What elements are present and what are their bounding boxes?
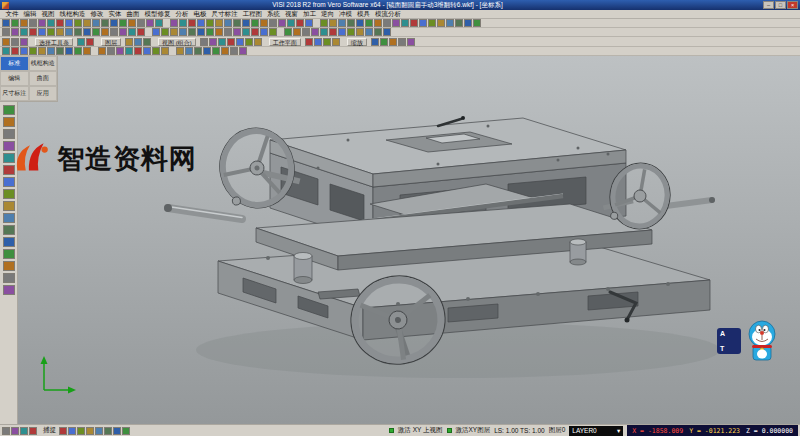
toolbar-icon[interactable] (152, 47, 160, 55)
menu-item-18[interactable]: 模具 (355, 10, 373, 19)
toolbar-icon[interactable] (215, 19, 223, 27)
toolbar-icon[interactable] (323, 38, 331, 46)
toolbar-icon[interactable] (137, 19, 145, 27)
toolbar-icon[interactable] (305, 19, 313, 27)
toolbar-icon[interactable] (11, 19, 19, 27)
toolbar-icon[interactable] (227, 38, 235, 46)
toolbar-icon[interactable] (302, 28, 310, 36)
left-tab-2[interactable]: 线框构造 (29, 56, 58, 71)
toolbar-icon[interactable] (188, 19, 196, 27)
toolbar-icon[interactable] (293, 28, 301, 36)
toolbar-icon[interactable] (185, 47, 193, 55)
toolbar-icon[interactable] (329, 28, 337, 36)
toolbar-icon[interactable] (179, 19, 187, 27)
toolbar-icon[interactable] (20, 38, 28, 46)
toolbar-icon[interactable] (332, 38, 340, 46)
toolbar-icon[interactable] (83, 47, 91, 55)
toolbar-icon[interactable] (95, 427, 103, 435)
toolbar-icon[interactable] (260, 28, 268, 36)
toolbar-icon[interactable] (11, 28, 19, 36)
toolbar-icon[interactable] (11, 47, 19, 55)
toolbar-icon[interactable] (125, 47, 133, 55)
toolbar-icon[interactable] (68, 427, 76, 435)
toolbar-icon[interactable] (38, 28, 46, 36)
toolbar-icon[interactable] (77, 427, 85, 435)
toolbar-icon[interactable] (47, 47, 55, 55)
close-button[interactable]: × (787, 1, 798, 9)
toolbar-icon[interactable] (242, 28, 250, 36)
toolbar-icon[interactable] (446, 19, 454, 27)
toolbar-icon[interactable] (356, 28, 364, 36)
toolbar-icon[interactable] (329, 19, 337, 27)
toolbar-icon[interactable] (206, 19, 214, 27)
toolbar-icon[interactable] (86, 38, 94, 46)
minimize-button[interactable]: – (763, 1, 774, 9)
toolbar-icon[interactable] (392, 19, 400, 27)
toolbar-icon[interactable] (245, 38, 253, 46)
toolbar-icon[interactable] (197, 28, 205, 36)
toolbar-icon[interactable] (110, 19, 118, 27)
toolbar-icon[interactable] (104, 427, 112, 435)
toolbar-icon[interactable] (20, 19, 28, 27)
toolbar-icon[interactable] (11, 427, 19, 435)
toolbar-icon[interactable] (65, 19, 73, 27)
toolbar-icon[interactable] (374, 19, 382, 27)
toolbar-icon[interactable] (101, 28, 109, 36)
toolbar-icon[interactable] (83, 19, 91, 27)
toolbar-icon[interactable] (251, 19, 259, 27)
left-tab-6[interactable]: 应用 (29, 86, 58, 101)
toolbar-icon[interactable] (347, 28, 355, 36)
toolbar-icon[interactable] (38, 19, 46, 27)
toolbar-group-views[interactable]: 视图 (组合) (158, 38, 196, 46)
menu-item-8[interactable]: 模型修复 (142, 10, 173, 19)
toolbar-icon[interactable] (74, 47, 82, 55)
toolbar-icon[interactable] (287, 19, 295, 27)
toolbar-icon[interactable] (320, 19, 328, 27)
toolbar-icon[interactable] (74, 19, 82, 27)
menu-item-13[interactable]: 系统 (265, 10, 283, 19)
toolbar-icon[interactable] (146, 19, 154, 27)
toolbar-icon[interactable] (101, 19, 109, 27)
toolbar-icon[interactable] (224, 19, 232, 27)
toolbar-icon[interactable] (437, 19, 445, 27)
toolbar-icon[interactable] (200, 38, 208, 46)
toolbar-icon[interactable] (29, 427, 37, 435)
toolbar-icon[interactable] (212, 47, 220, 55)
toolbar-icon[interactable] (119, 19, 127, 27)
toolbar-icon[interactable] (143, 38, 151, 46)
menu-item-12[interactable]: 工程图 (240, 10, 265, 19)
toolbar-icon[interactable] (383, 28, 391, 36)
toolbar-icon[interactable] (215, 28, 223, 36)
toolbar-icon[interactable] (206, 28, 214, 36)
toolbar-icon[interactable] (122, 427, 130, 435)
toolbar-icon[interactable] (338, 19, 346, 27)
toolbar-icon[interactable] (278, 19, 286, 27)
toolbar-icon[interactable] (65, 28, 73, 36)
toolbar-icon[interactable] (128, 19, 136, 27)
toolbar-icon[interactable] (20, 427, 28, 435)
toolbar-icon[interactable] (3, 189, 15, 199)
toolbar-icon[interactable] (242, 19, 250, 27)
toolbar-icon[interactable] (2, 28, 10, 36)
toolbar-icon[interactable] (59, 427, 67, 435)
toolbar-group-select[interactable]: 选择工具条 (35, 38, 73, 46)
menu-item-17[interactable]: 冲模 (337, 10, 355, 19)
toolbar-icon[interactable] (152, 28, 160, 36)
toolbar-icon[interactable] (170, 19, 178, 27)
toolbar-icon[interactable] (224, 28, 232, 36)
toolbar-icon[interactable] (11, 38, 19, 46)
toolbar-icon[interactable] (365, 19, 373, 27)
left-tab-3[interactable]: 编辑 (0, 71, 29, 86)
toolbar-icon[interactable] (203, 47, 211, 55)
toolbar-icon[interactable] (374, 28, 382, 36)
toolbar-icon[interactable] (311, 28, 319, 36)
toolbar-icon[interactable] (269, 19, 277, 27)
left-tab-1[interactable]: 标准 (0, 56, 29, 71)
toolbar-icon[interactable] (188, 28, 196, 36)
menu-item-5[interactable]: 修改 (88, 10, 106, 19)
toolbar-icon[interactable] (233, 28, 241, 36)
menu-item-10[interactable]: 电极 (191, 10, 209, 19)
toolbar-icon[interactable] (119, 28, 127, 36)
active-layer-label[interactable]: 激活XY图层 (456, 426, 491, 435)
viewport-3d[interactable]: A T (18, 56, 800, 424)
